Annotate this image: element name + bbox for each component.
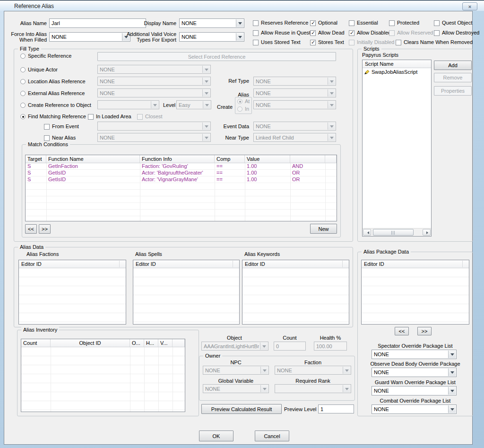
checkbox-allow-destroyed[interactable]: Allow Destroyed [434,30,479,36]
editor-id-column-header[interactable]: Editor ID [242,260,349,268]
checkbox-allow-reuse[interactable]: Allow Reuse in Quest [253,30,311,36]
radio-location-alias-reference[interactable]: Location Alias Reference [20,79,86,85]
checkbox-clears-name[interactable]: Clears Name When Removed [396,39,473,45]
voice-types-combo[interactable]: NONE [179,32,244,42]
alias-spells-list[interactable]: Editor ID [133,260,240,325]
inventory-header[interactable]: Count Object ID O... H... V... [21,339,185,347]
column-operator[interactable] [290,155,325,163]
checkbox-essential[interactable]: Essential [349,20,378,26]
add-script-button[interactable]: Add [434,61,472,70]
scroll-right-icon[interactable] [423,229,431,236]
conditions-prev-button[interactable]: << [25,224,37,234]
checkbox-protected[interactable]: Protected [389,20,419,26]
close-button[interactable]: × [462,2,477,10]
column-object-id[interactable]: Object ID [51,339,130,347]
scrollbar-thumb[interactable] [373,229,414,236]
match-conditions-header[interactable]: Target Function Name Function Info Comp … [26,155,337,163]
preview-level-input[interactable]: 1 [318,404,354,413]
column-function-name[interactable]: Function Name [46,155,140,163]
button-label: << [28,226,34,232]
match-conditions-body[interactable]: S GetInFaction Faction: 'GovRuling' == 1… [26,163,337,221]
match-conditions-table[interactable]: Target Function Name Function Info Comp … [25,155,337,221]
checkbox-label: Essential [357,20,378,26]
package-prev-button[interactable]: << [395,327,409,335]
observe-dead-body-combo[interactable]: NONE [372,368,457,377]
inventory-table[interactable]: Count Object ID O... H... V... [21,339,185,412]
script-list[interactable]: Script Name SwapJobAliasScript [362,60,432,237]
column-o[interactable]: O... [130,339,144,347]
event-data-label: Event Data [208,123,249,129]
checkbox-quest-object[interactable]: Quest Object [434,20,472,26]
alias-keywords-body[interactable] [242,268,349,324]
conditions-next-button[interactable]: >> [39,224,51,234]
editor-id-column-header[interactable]: Editor ID [133,260,239,268]
checkbox-optional[interactable]: Optional [310,20,337,26]
editor-id-column-header[interactable]: Editor ID [362,260,469,268]
package-next-button[interactable]: >> [417,327,432,335]
checkbox-box [253,20,259,26]
checkbox-allow-disabled[interactable]: Allow Disabled [349,30,391,36]
title-bar[interactable]: Reference Alias × [0,1,484,11]
alias-data-caption: Alias Data [18,244,45,250]
chevron-down-icon [343,385,350,392]
new-condition-button[interactable]: New [310,224,337,234]
force-into-alias-combo[interactable]: NONE [49,32,130,42]
horizontal-scrollbar[interactable] [363,228,431,236]
cancel-button[interactable]: Cancel [255,430,289,441]
combat-override-combo[interactable]: NONE [372,404,457,414]
radio-specific-reference[interactable]: Specific Reference [20,53,71,59]
radio-external-alias-reference[interactable]: External Alias Reference [20,90,85,97]
alias-factions-list[interactable]: Editor ID [18,260,126,325]
spectator-override-combo[interactable]: NONE [372,350,457,359]
inventory-body[interactable] [21,347,185,412]
column-function-info[interactable]: Function Info [140,155,215,163]
alias-package-body[interactable] [362,268,469,324]
checkbox-uses-stored-text[interactable]: Uses Stored Text [253,39,301,45]
voice-types-label-2: Types For Export [137,37,176,43]
owner-caption: Owner [203,353,222,359]
checkbox-near-alias[interactable]: Near Alias [44,135,76,141]
script-list-body[interactable]: SwapJobAliasScript [363,68,431,228]
display-name-combo[interactable]: NONE [179,18,244,28]
health-input: 100.00 [314,342,347,351]
column-h[interactable]: H... [144,339,158,347]
editor-id-column-header[interactable]: Editor ID [19,260,126,268]
combo-value: AAAGrantIntLightHurtBright [204,343,259,349]
radio-unique-actor[interactable]: Unique Actor [20,67,58,73]
guard-warn-combo[interactable]: NONE [372,386,457,395]
close-icon: × [468,4,471,9]
from-event-combo [97,122,211,131]
chevron-down-icon [448,351,456,358]
radio-create-at: At [237,98,250,105]
preview-calculated-result-button[interactable]: Preview Calculated Result [201,404,282,414]
chevron-down-icon [328,78,335,85]
radio-create-reference[interactable]: Create Reference to Object [20,102,91,108]
column-comp[interactable]: Comp [215,155,245,163]
script-name-column-header[interactable]: Script Name [363,60,431,68]
radio-circle [20,114,26,119]
checkbox-closest: Closest [137,114,163,120]
column-spare[interactable] [325,155,337,163]
checkbox-reserves-reference[interactable]: Reserves Reference [253,20,308,26]
column-count[interactable]: Count [21,339,51,347]
radio-find-matching-reference[interactable]: Find Matching Reference [20,114,86,120]
column-target[interactable]: Target [26,155,46,163]
alias-package-list[interactable]: Editor ID [361,260,469,325]
alias-spells-body[interactable] [133,268,239,324]
script-list-item[interactable]: SwapJobAliasScript [363,68,431,76]
checkbox-label: In Loaded Area [96,114,131,120]
checkbox-allow-dead[interactable]: Allow Dead [310,30,345,36]
column-spare[interactable] [173,339,185,347]
alias-keywords-list[interactable]: Editor ID [242,260,349,325]
scroll-left-icon[interactable] [363,229,371,236]
column-v[interactable]: V... [158,339,173,347]
checkbox-in-loaded-area[interactable]: In Loaded Area [88,114,131,120]
checkbox-stores-text[interactable]: Stores Text [310,39,344,45]
alias-name-input[interactable]: Jarl [49,18,146,28]
column-label: Editor ID [21,261,42,267]
alias-factions-body[interactable] [19,268,126,324]
chevron-down-icon [260,385,268,392]
checkbox-from-event[interactable]: From Event [44,123,79,130]
column-value[interactable]: Value [245,155,290,163]
ok-button[interactable]: OK [199,430,233,441]
